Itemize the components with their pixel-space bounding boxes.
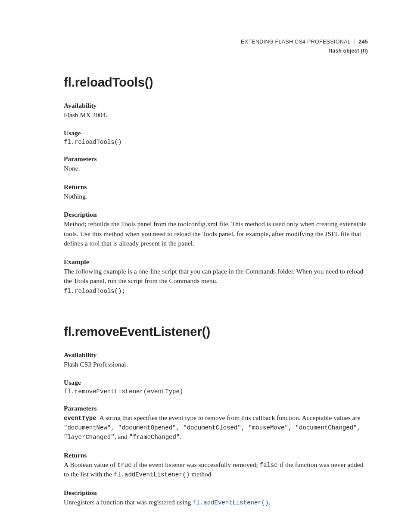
- code-inline: "frameChanged": [129, 434, 180, 441]
- section-name: flash object (fl): [64, 47, 368, 55]
- body-text: Flash CS3 Professional.: [64, 360, 368, 369]
- running-header: EXTENDING FLASH CS4 PROFESSIONAL 245 fla…: [64, 38, 368, 55]
- book-title: EXTENDING FLASH CS4 PROFESSIONAL: [241, 39, 350, 45]
- body-text: Unregisters a function that was register…: [64, 498, 368, 507]
- body-text: A Boolean value of true if the event lis…: [64, 460, 368, 479]
- subhead-availability: Availability: [64, 102, 368, 109]
- code-block: fl.removeEventListener(eventType): [64, 388, 368, 395]
- code-inline: fl.addEventListener(): [114, 471, 190, 478]
- subhead-returns: Returns: [64, 183, 368, 191]
- subhead-parameters: Parameters: [64, 404, 368, 412]
- method-title-removeeventlistener: fl.removeEventListener(): [64, 325, 368, 339]
- subhead-usage: Usage: [64, 129, 368, 137]
- code-inline: true: [117, 462, 132, 469]
- body-text: Flash MX 2004.: [64, 110, 368, 120]
- subhead-description: Description: [64, 489, 368, 497]
- body-text: "layerChanged", and "frameChanged".: [64, 432, 368, 442]
- param-intro: A string that specifies the event type t…: [100, 414, 361, 421]
- code-block: "documentNew", "documentOpened", "docume…: [64, 424, 368, 431]
- code-block: fl.reloadTools(): [64, 139, 368, 146]
- method-title-reloadtools: fl.reloadTools(): [64, 75, 368, 90]
- body-text: None.: [64, 164, 368, 173]
- body-text: Nothing.: [64, 192, 368, 201]
- code-inline: "layerChanged": [64, 434, 115, 441]
- subhead-description: Description: [64, 211, 368, 218]
- page-content: EXTENDING FLASH CS4 PROFESSIONAL 245 fla…: [0, 0, 411, 532]
- body-text: The following example is a one-line scri…: [64, 267, 368, 286]
- subhead-parameters: Parameters: [64, 155, 368, 163]
- subhead-availability: Availability: [64, 351, 368, 359]
- subhead-returns: Returns: [64, 451, 368, 459]
- body-text: Method; rebuilds the Tools panel from th…: [64, 219, 368, 248]
- subhead-example: Example: [64, 258, 368, 266]
- param-name: eventType: [64, 415, 97, 422]
- code-inline: false: [260, 462, 278, 469]
- page-number: 245: [355, 39, 368, 45]
- code-block: fl.reloadTools();: [64, 288, 368, 295]
- subhead-usage: Usage: [64, 379, 368, 386]
- body-text: eventType A string that specifies the ev…: [64, 413, 368, 423]
- link-addeventlistener[interactable]: fl.addEventListener(): [193, 499, 268, 506]
